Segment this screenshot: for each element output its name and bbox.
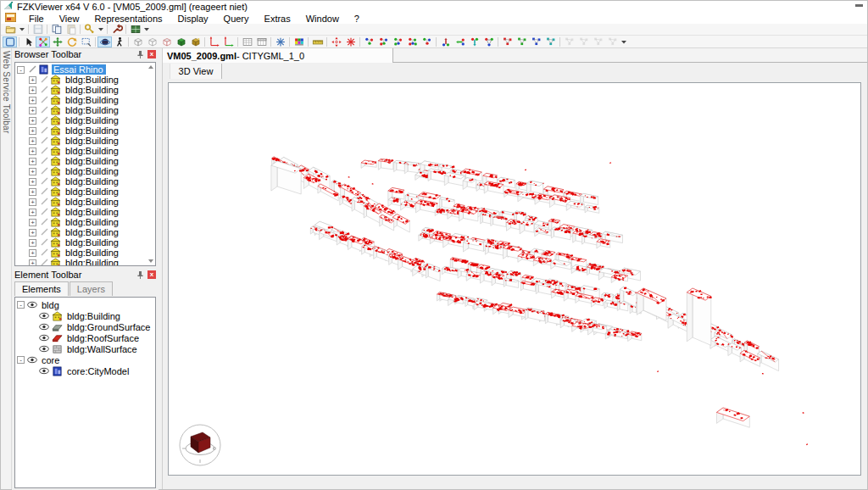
net-4-button[interactable]	[543, 36, 558, 47]
eye-icon[interactable]	[27, 301, 37, 309]
help-key-button[interactable]	[82, 24, 97, 35]
expand-box-icon[interactable]: +	[29, 239, 36, 247]
browser-tree-item[interactable]: +bldg:Building	[29, 85, 155, 95]
nodes-3-button[interactable]	[391, 36, 405, 47]
browser-tree-root[interactable]: -Essai Rhino	[17, 64, 155, 75]
expand-box-icon[interactable]: +	[29, 198, 36, 206]
element-item[interactable]: bldg:Building	[39, 310, 155, 321]
axes-green-button[interactable]	[221, 36, 236, 47]
pan-button[interactable]	[50, 36, 64, 47]
expand-box-icon[interactable]: +	[29, 219, 36, 226]
expand-box-icon[interactable]: +	[29, 86, 36, 94]
expand-box-icon[interactable]: +	[29, 209, 36, 216]
dropdown-arrow-icon[interactable]	[97, 26, 105, 32]
ghost-1-button[interactable]	[562, 36, 576, 47]
menu-item-[interactable]: ?	[347, 14, 367, 24]
browser-tree-item[interactable]: +bldg:Building	[29, 125, 155, 136]
menu-item-view[interactable]: View	[52, 14, 87, 24]
collapse-box-icon[interactable]: -	[17, 356, 25, 364]
expand-box-icon[interactable]: +	[29, 107, 36, 114]
expand-box-icon[interactable]: +	[29, 158, 36, 165]
orientation-compass[interactable]	[177, 422, 223, 468]
ruler-button[interactable]	[310, 36, 325, 47]
expand-box-icon[interactable]: +	[29, 97, 36, 104]
expand-box-icon[interactable]: +	[29, 127, 36, 135]
browser-tree-item[interactable]: +bldg:Building	[29, 156, 155, 166]
render-settings-button[interactable]	[128, 24, 142, 35]
eye-icon[interactable]	[39, 334, 49, 342]
fit-view-button[interactable]	[3, 36, 17, 47]
eye-icon[interactable]	[39, 367, 49, 375]
tab-layers[interactable]: Layers	[70, 281, 113, 296]
eye-icon[interactable]	[27, 356, 37, 364]
browser-tree-item[interactable]: +bldg:Building	[29, 187, 155, 197]
ghost-4-button[interactable]	[605, 36, 620, 47]
pin-icon[interactable]	[136, 50, 144, 60]
move-green-button[interactable]	[453, 36, 467, 47]
collapse-box-icon[interactable]: -	[17, 66, 25, 74]
expand-box-icon[interactable]: +	[29, 229, 36, 237]
open-file-button[interactable]	[3, 24, 18, 35]
dropdown-arrow-icon[interactable]	[142, 26, 151, 32]
walk-button[interactable]	[112, 36, 126, 47]
browser-tree-item[interactable]: +bldg:Building	[29, 95, 155, 105]
element-item[interactable]: bldg:GroundSurface	[39, 321, 155, 332]
box-wire-button[interactable]	[131, 36, 145, 47]
3d-viewport[interactable]	[168, 82, 861, 476]
move-teal-button[interactable]	[467, 36, 481, 47]
browser-tree-item[interactable]: +bldg:Building	[29, 75, 155, 85]
browser-tree-item[interactable]: +bldg:Building	[29, 248, 155, 258]
move-multi-button[interactable]	[481, 36, 496, 47]
minimize-button[interactable]	[855, 4, 863, 7]
browser-tree-item[interactable]: +bldg:Building	[29, 258, 155, 266]
eye-icon[interactable]	[39, 323, 49, 331]
browser-tree-item[interactable]: +bldg:Building	[29, 115, 155, 125]
transform-button[interactable]	[36, 36, 50, 47]
browser-tree-item[interactable]: +bldg:Building	[29, 105, 155, 115]
zoom-window-button[interactable]	[79, 36, 93, 47]
nodes-4-button[interactable]	[405, 36, 420, 47]
menu-item-query[interactable]: Query	[216, 14, 257, 24]
menu-item-display[interactable]: Display	[170, 14, 216, 24]
eye-icon[interactable]	[39, 345, 49, 353]
element-group-core[interactable]: -core	[17, 354, 155, 365]
expand-box-icon[interactable]: +	[29, 137, 36, 145]
axes-red-button[interactable]	[207, 36, 221, 47]
element-group-bldg[interactable]: -bldg	[17, 299, 155, 310]
box-hidden-button[interactable]	[145, 36, 159, 47]
expand-box-icon[interactable]: +	[29, 148, 36, 155]
expand-box-icon[interactable]: +	[29, 178, 36, 186]
move-red-button[interactable]	[438, 36, 453, 47]
collapse-box-icon[interactable]: -	[17, 301, 25, 309]
scroll-up-arrow[interactable]	[148, 65, 153, 69]
paste-button[interactable]	[64, 24, 78, 35]
tab-elements[interactable]: Elements	[14, 281, 69, 296]
view-tab-3d[interactable]: 3D View	[170, 64, 222, 79]
copy-button[interactable]	[49, 24, 64, 35]
box-red-button[interactable]	[159, 36, 174, 47]
select-arrow-button[interactable]	[21, 36, 36, 47]
expand-box-icon[interactable]: +	[29, 259, 36, 267]
document-tab[interactable]: VM05_2009.gml - CITYGML_1_0	[163, 48, 393, 63]
browser-tree-item[interactable]: +bldg:Building	[29, 176, 155, 187]
box-green-button[interactable]	[174, 36, 188, 47]
net-3-button[interactable]	[529, 36, 543, 47]
browser-tree-item[interactable]: +bldg:Building	[29, 207, 155, 217]
browser-panel-close-button[interactable]: x	[147, 50, 156, 58]
flake-blue-button[interactable]	[273, 36, 287, 47]
expand-box-icon[interactable]: +	[29, 188, 36, 196]
net-2-button[interactable]	[515, 36, 529, 47]
table-grid2-button[interactable]	[254, 36, 269, 47]
flake-red-button[interactable]	[343, 36, 358, 47]
dropdown-arrow-icon[interactable]	[18, 26, 26, 32]
nodes-1-button[interactable]	[362, 36, 376, 47]
palette-grid-button[interactable]	[292, 36, 306, 47]
nodes-5-button[interactable]	[420, 36, 434, 47]
browser-tree-item[interactable]: +bldg:Building	[29, 166, 155, 176]
table-grid-button[interactable]	[240, 36, 254, 47]
web-service-toolbar[interactable]: Web Service Toolbar	[1, 48, 12, 489]
rotate-button[interactable]	[64, 36, 79, 47]
element-item[interactable]: core:CityModel	[39, 365, 155, 376]
browser-tree-item[interactable]: +bldg:Building	[29, 227, 155, 237]
browser-tree-item[interactable]: +bldg:Building	[29, 197, 155, 207]
